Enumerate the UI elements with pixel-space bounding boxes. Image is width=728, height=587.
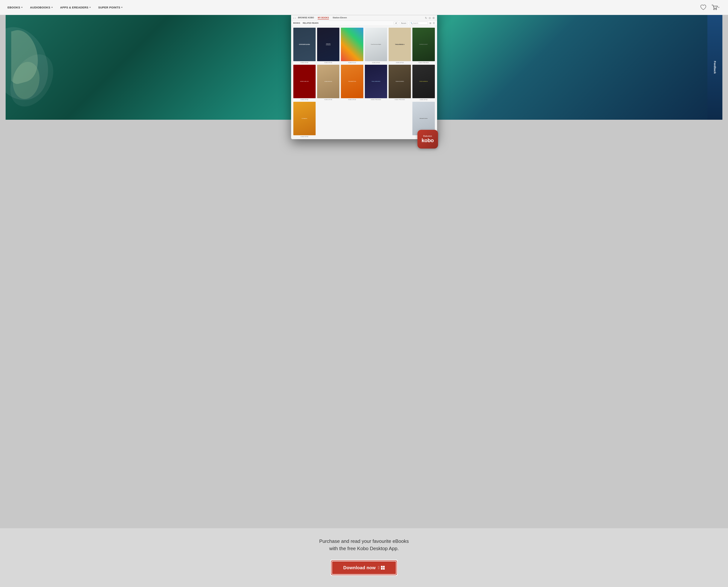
book-label: KOBO PLUS bbox=[348, 62, 356, 63]
book-cover bbox=[341, 28, 363, 61]
book-cover bbox=[317, 28, 339, 61]
book-label: KOBO PREVIEW bbox=[371, 99, 381, 100]
app-toolbar: ‹ › BROWSE KOBO MY BOOKS Station Eleven … bbox=[291, 15, 437, 21]
svg-rect-2 bbox=[381, 566, 383, 567]
subbar-related[interactable]: RELATED READS bbox=[303, 22, 318, 24]
book-label: KOBO EPUB bbox=[420, 99, 427, 100]
svg-rect-3 bbox=[383, 566, 385, 567]
subbar-right: All Recent 🔍 Search ⊞ ☰ bbox=[394, 22, 435, 25]
back-arrow: ‹ bbox=[293, 17, 294, 20]
forward-arrow: › bbox=[295, 17, 296, 20]
list-item: KOBO PREVIEW bbox=[412, 28, 435, 63]
subbar-left: BOOKS RELATED READS bbox=[293, 22, 319, 24]
list-item: KOBO EPUB bbox=[293, 28, 316, 63]
wishlist-button[interactable] bbox=[699, 3, 707, 11]
book-label: KOBO EPUB bbox=[324, 62, 332, 63]
filter-all[interactable]: All bbox=[394, 22, 398, 25]
nav-right: ▾ bbox=[699, 3, 721, 11]
app-subbar: BOOKS RELATED READS All Recent 🔍 Search … bbox=[291, 21, 437, 26]
nav-left: eBOOKS ▾ AUDIOBOOKS ▾ APPS & eREADERS ▾ … bbox=[7, 6, 122, 9]
nav-apps[interactable]: APPS & eREADERS ▾ bbox=[60, 6, 91, 9]
kobo-rakuten-label: Rakuten bbox=[423, 135, 432, 137]
book-cover bbox=[365, 65, 387, 98]
list-item: KOBO PLUS bbox=[341, 28, 363, 63]
list-item: KOBO EPUB bbox=[293, 102, 316, 137]
lower-section: Purchase and read your favourite eBooks … bbox=[0, 528, 728, 587]
svg-rect-5 bbox=[383, 568, 385, 570]
kobo-badge: Rakuten kobo bbox=[417, 130, 438, 148]
book-label: KOBO EPUB bbox=[301, 99, 308, 100]
list-item: KOBO EPUB bbox=[317, 28, 339, 63]
nav-superpoints-label: SUPER POINTS bbox=[98, 6, 120, 9]
nav-superpoints[interactable]: SUPER POINTS ▾ bbox=[98, 6, 122, 9]
list-item: KOBO EPUB bbox=[317, 65, 339, 100]
nav-audiobooks-label: AUDIOBOOKS bbox=[30, 6, 50, 9]
tab-mybooks[interactable]: MY BOOKS bbox=[318, 17, 329, 20]
list-view-icon[interactable]: ☰ bbox=[433, 22, 435, 24]
book-label: KOBO EPUB bbox=[396, 62, 404, 63]
navbar: eBOOKS ▾ AUDIOBOOKS ▾ APPS & eREADERS ▾ … bbox=[0, 0, 728, 15]
svg-rect-4 bbox=[381, 568, 383, 570]
book-cover bbox=[293, 28, 316, 61]
book-cover bbox=[365, 28, 387, 61]
books-grid: KOBO EPUB KOBO EPUB KOBO PLUS KOBO EPUB bbox=[291, 26, 437, 139]
nav-apps-chevron: ▾ bbox=[90, 6, 91, 8]
svg-point-0 bbox=[713, 8, 714, 10]
tab-station[interactable]: Station Eleven bbox=[333, 17, 347, 20]
tab-bar: BROWSE KOBO MY BOOKS Station Eleven bbox=[298, 17, 347, 20]
svg-point-1 bbox=[715, 8, 717, 10]
cart-button[interactable]: ▾ bbox=[710, 3, 721, 11]
nav-ebooks-label: eBOOKS bbox=[7, 6, 20, 9]
kobo-text-label: kobo bbox=[422, 138, 434, 143]
heart-icon bbox=[700, 4, 706, 10]
filter-recent[interactable]: Recent bbox=[400, 22, 408, 25]
book-cover bbox=[341, 65, 363, 98]
cart-icon bbox=[711, 4, 718, 10]
os-icons:  bbox=[378, 565, 385, 570]
subbar-books[interactable]: BOOKS bbox=[293, 22, 300, 24]
lower-description: Purchase and read your favourite eBooks … bbox=[319, 538, 409, 552]
book-label: KOBO EPUB bbox=[324, 99, 332, 100]
download-button-wrapper: Download now  bbox=[331, 560, 397, 576]
book-label: KOBO EPUB bbox=[301, 136, 308, 137]
download-now-button[interactable]: Download now  bbox=[332, 561, 396, 574]
nav-apps-label: APPS & eREADERS bbox=[60, 6, 88, 9]
cart-chevron: ▾ bbox=[718, 6, 720, 8]
book-cover bbox=[293, 102, 316, 135]
book-cover bbox=[389, 65, 411, 98]
search-box[interactable]: 🔍 Search bbox=[409, 22, 428, 25]
book-cover bbox=[412, 28, 435, 61]
grid-view-icon[interactable]: ⊞ bbox=[429, 22, 431, 24]
apple-icon:  bbox=[378, 565, 380, 570]
book-cover bbox=[293, 65, 316, 98]
list-item: KOBO EPUB bbox=[389, 28, 411, 63]
windows-icon bbox=[381, 566, 385, 570]
hero-section: Escape from email and indulge your love … bbox=[6, 15, 722, 528]
book-cover bbox=[389, 28, 411, 61]
tab-browse[interactable]: BROWSE KOBO bbox=[298, 17, 314, 20]
hero-content: Escape from email and indulge your love … bbox=[6, 15, 722, 156]
hero-background: Escape from email and indulge your love … bbox=[6, 15, 722, 120]
book-label: KOBO EPUB bbox=[348, 99, 356, 100]
book-label: KOBO EPUB bbox=[372, 62, 380, 63]
book-label: KOBO PREVIEW bbox=[394, 99, 405, 100]
settings-icon: ⚙ bbox=[432, 17, 435, 20]
account-icon: ⊙ bbox=[429, 17, 431, 20]
nav-audiobooks-chevron: ▾ bbox=[51, 6, 53, 8]
list-item: KOBO EPUB bbox=[341, 65, 363, 100]
book-label: KOBO EPUB bbox=[301, 62, 308, 63]
sync-icon: ↻ bbox=[425, 17, 427, 20]
nav-arrows: ‹ › bbox=[293, 17, 296, 20]
list-item: KOBO PREVIEW bbox=[389, 65, 411, 100]
nav-superpoints-chevron: ▾ bbox=[121, 6, 122, 8]
book-cover bbox=[317, 65, 339, 98]
nav-ebooks[interactable]: eBOOKS ▾ bbox=[7, 6, 23, 9]
list-item: KOBO EPUB bbox=[365, 28, 387, 63]
app-window: ‹ › BROWSE KOBO MY BOOKS Station Eleven … bbox=[291, 15, 437, 139]
book-label: KOBO PREVIEW bbox=[418, 62, 429, 63]
list-item: KOBO EPUB bbox=[293, 65, 316, 100]
nav-audiobooks[interactable]: AUDIOBOOKS ▾ bbox=[30, 6, 53, 9]
nav-ebooks-chevron: ▾ bbox=[21, 6, 23, 8]
book-cover bbox=[412, 65, 435, 98]
list-item: KOBO EPUB bbox=[412, 65, 435, 100]
